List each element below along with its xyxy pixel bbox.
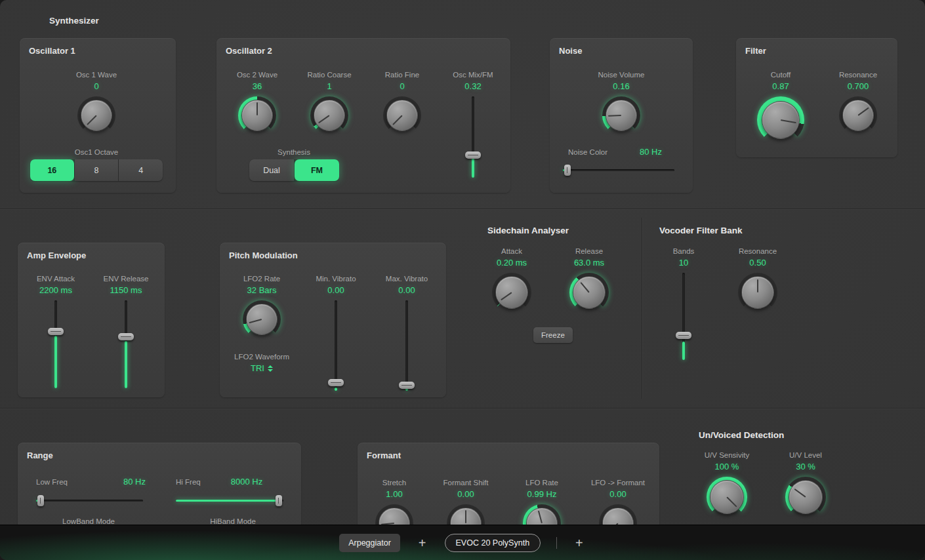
env-release-slider[interactable] — [117, 300, 134, 388]
max-vibrato-label: Max. Vibrato — [374, 274, 440, 283]
uv-sensitivity-value[interactable]: 100 % — [688, 462, 766, 471]
osc1-wave-param: Osc 1 Wave 0 — [57, 70, 136, 134]
noise-volume-value[interactable]: 0.16 — [582, 81, 661, 91]
osc-mix-value[interactable]: 0.32 — [434, 81, 512, 91]
ratio-fine-label: Ratio Fine — [363, 70, 442, 79]
max-vibrato-value[interactable]: 0.00 — [374, 285, 440, 295]
low-freq-value[interactable]: 80 Hz — [110, 477, 146, 487]
env-attack-value[interactable]: 2200 ms — [23, 285, 89, 295]
osc1-wave-value[interactable]: 0 — [57, 81, 136, 91]
octave-4-button[interactable]: 4 — [119, 159, 163, 181]
add-plugin-button-2[interactable]: + — [573, 536, 586, 550]
env-release-value[interactable]: 1150 ms — [93, 285, 159, 295]
vocoder-resonance-knob[interactable] — [738, 273, 777, 312]
filter-resonance-value[interactable]: 0.700 — [819, 81, 897, 91]
lfo2-waveform-label: LFO2 Waveform — [222, 352, 301, 361]
osc2-wave-knob[interactable] — [238, 96, 276, 134]
slider-handle[interactable] — [328, 379, 344, 386]
bands-slider[interactable] — [675, 273, 692, 360]
knob-pointer-icon — [465, 510, 466, 523]
ratio-coarse-value[interactable]: 1 — [290, 81, 369, 91]
lfo2-rate-value[interactable]: 32 Bars — [229, 285, 295, 295]
slider-track — [335, 300, 337, 391]
noise-volume-label: Noise Volume — [582, 70, 661, 79]
slider-fill — [335, 388, 337, 391]
slider-fill — [682, 342, 685, 360]
lfo-to-formant-value[interactable]: 0.00 — [585, 489, 651, 499]
uv-sensitivity-param: U/V Sensivity 100 % — [688, 450, 766, 517]
ratio-fine-value[interactable]: 0 — [363, 81, 442, 91]
osc1-octave-param: Osc1 Octave — [57, 148, 136, 157]
amp-envelope-title: Amp Envelope — [27, 250, 86, 260]
osc1-wave-knob[interactable] — [77, 96, 115, 134]
bands-value[interactable]: 10 — [651, 258, 716, 268]
slider-handle[interactable] — [118, 333, 134, 340]
env-attack-slider[interactable] — [47, 300, 64, 388]
hi-freq-slider[interactable] — [176, 494, 283, 506]
uv-level-knob[interactable] — [785, 477, 826, 517]
noise-color-label: Noise Color — [568, 148, 607, 156]
uv-sensitivity-label: U/V Sensivity — [688, 450, 766, 460]
slider-handle[interactable] — [48, 328, 64, 335]
osc2-wave-value[interactable]: 36 — [218, 81, 297, 91]
osc1-octave-label: Osc1 Octave — [57, 148, 136, 157]
env-release-label: ENV Release — [93, 274, 159, 283]
min-vibrato-slider[interactable] — [327, 300, 344, 391]
cutoff-value[interactable]: 0.87 — [741, 81, 820, 91]
arpeggiator-button[interactable]: Arpeggiator — [339, 534, 400, 552]
slider-handle[interactable] — [676, 332, 691, 339]
slider-handle[interactable] — [276, 495, 282, 506]
add-plugin-button[interactable]: + — [416, 536, 429, 550]
sidechain-attack-value[interactable]: 0.20 ms — [472, 258, 551, 268]
formant-shift-value[interactable]: 0.00 — [433, 489, 499, 499]
uv-level-param: U/V Level 30 % — [766, 450, 845, 517]
noise-volume-param: Noise Volume 0.16 — [582, 70, 661, 134]
updown-chevron-icon — [268, 365, 273, 372]
max-vibrato-slider[interactable] — [398, 300, 415, 391]
noise-color-value[interactable]: 80 Hz — [640, 147, 662, 157]
freeze-button[interactable]: Freeze — [533, 327, 573, 343]
uv-sensitivity-knob[interactable] — [707, 477, 747, 517]
ratio-fine-knob[interactable] — [383, 96, 421, 134]
vocoder-resonance-value[interactable]: 0.50 — [725, 258, 791, 268]
synthesis-buttons: Dual FM — [249, 159, 339, 181]
ratio-coarse-param: Ratio Coarse 1 — [290, 70, 369, 134]
ratio-coarse-knob[interactable] — [310, 96, 348, 134]
octave-8-button[interactable]: 8 — [75, 159, 119, 181]
cutoff-knob[interactable] — [757, 96, 804, 144]
slider-handle[interactable] — [399, 382, 415, 389]
formant-title: Formant — [367, 450, 401, 460]
sidechain-release-knob[interactable] — [569, 273, 609, 312]
uv-level-value[interactable]: 30 % — [766, 462, 845, 471]
synthesis-fm-button[interactable]: FM — [295, 159, 339, 181]
lfo2-waveform-select[interactable]: TRI — [222, 363, 301, 373]
noise-volume-knob[interactable] — [602, 96, 640, 134]
formant-lfo-rate-value[interactable]: 0.99 Hz — [509, 489, 575, 499]
low-freq-slider[interactable] — [36, 494, 143, 506]
filter-resonance-knob[interactable] — [839, 96, 877, 134]
octave-16-button[interactable]: 16 — [30, 159, 75, 181]
sidechain-release-value[interactable]: 63.0 ms — [550, 258, 628, 268]
osc-mix-slider[interactable] — [464, 96, 482, 178]
lfo2-rate-knob[interactable] — [243, 300, 281, 338]
osc2-wave-label: Osc 2 Wave — [218, 70, 297, 79]
sidechain-analyser-title: Sidechain Analyser — [487, 226, 569, 235]
filter-resonance-param: Resonance 0.700 — [819, 70, 897, 134]
osc-mix-label: Osc Mix/FM — [434, 70, 512, 79]
section-divider — [0, 209, 925, 209]
sidechain-attack-knob[interactable] — [492, 273, 531, 312]
min-vibrato-value[interactable]: 0.00 — [303, 285, 369, 295]
slider-handle[interactable] — [37, 495, 44, 506]
vocoder-resonance-param: Resonance 0.50 — [725, 247, 791, 312]
stretch-label: Stretch — [361, 478, 427, 487]
synthesis-dual-button[interactable]: Dual — [249, 159, 295, 181]
stretch-value[interactable]: 1.00 — [361, 489, 427, 499]
slider-fill — [472, 158, 474, 178]
noise-color-slider[interactable] — [563, 164, 674, 176]
oscillator1-title: Oscillator 1 — [29, 46, 75, 56]
slider-handle[interactable] — [465, 151, 481, 159]
slider-handle[interactable] — [564, 165, 571, 176]
range-title: Range — [27, 450, 53, 460]
hi-freq-value[interactable]: 8000 Hz — [226, 477, 267, 487]
evoc-plugin-button[interactable]: EVOC 20 PolySynth — [445, 534, 541, 552]
